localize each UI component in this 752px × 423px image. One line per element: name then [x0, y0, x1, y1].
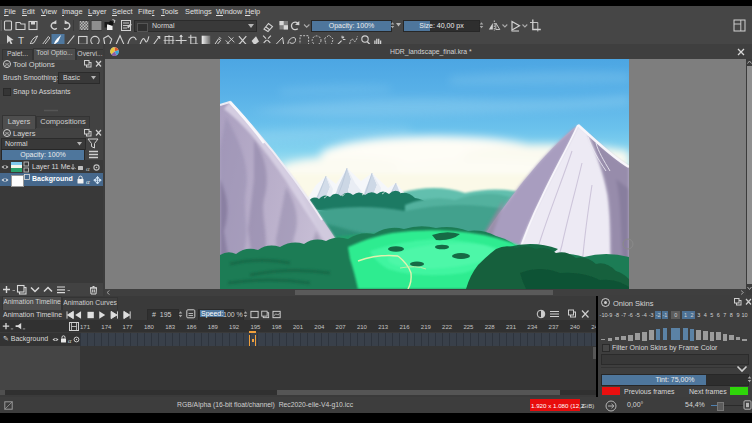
svg-text:α: α — [86, 165, 90, 173]
svg-text:α: α — [68, 336, 72, 343]
svg-text:α: α — [86, 178, 90, 186]
